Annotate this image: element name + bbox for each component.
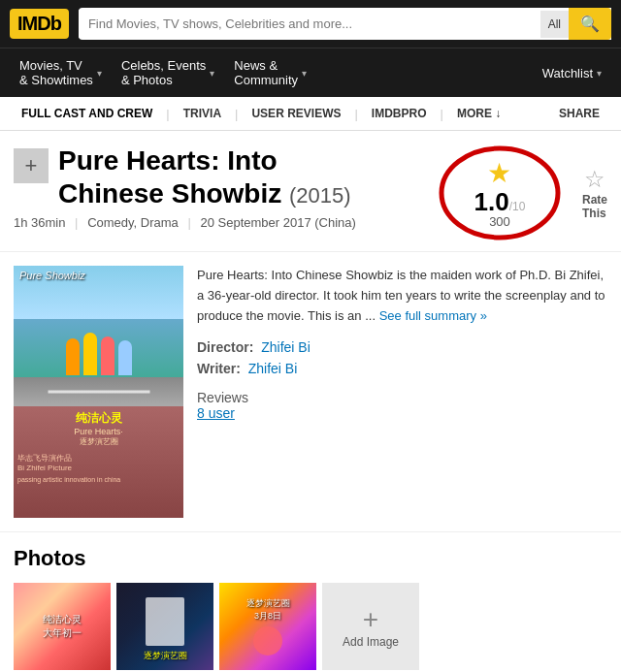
poster-sky: Pure Showbiz [14, 266, 183, 319]
nav-movies-tv-label: Movies, TV& Showtimes [19, 58, 93, 87]
share-button[interactable]: SHARE [547, 97, 611, 130]
watchlist-label: Watchlist [542, 66, 593, 80]
director-link[interactable]: Zhifei Bi [261, 339, 310, 355]
imdb-logo[interactable]: IMDb [10, 9, 69, 39]
movie-title: Pure Hearts: IntoChinese Showbiz [58, 145, 289, 208]
poster-tagline: passing artistic innovation in china [17, 476, 180, 483]
nav-news-arrow: ▾ [302, 68, 307, 79]
poster-image: Pure Showbiz 纯洁心灵 Pure Hearts· 逐梦演艺圈 毕志飞… [14, 266, 183, 518]
writer-row: Writer: Zhifei Bi [197, 361, 607, 376]
rating-circle-container: ★ 1.0 /10 300 [437, 144, 563, 241]
rate-star-icon: ☆ [584, 166, 605, 193]
reviews-section: Reviews 8 user [197, 390, 607, 421]
subnav-imdbpro[interactable]: IMDbPro [360, 97, 439, 130]
movie-duration: 1h 36min [14, 215, 65, 230]
add-icon: + [363, 604, 378, 635]
rate-this-button[interactable]: ☆ RateThis [582, 166, 607, 220]
nav-celebs-label: Celebs, Events& Photos [121, 58, 206, 87]
movie-year: (2015) [289, 183, 351, 208]
rating-area: ★ 1.0 /10 300 ☆ RateThis [437, 144, 607, 241]
photo-2-image: 逐梦演艺圈 [116, 583, 213, 670]
road-line [48, 391, 149, 394]
rate-label: RateThis [582, 193, 607, 220]
poster-road [14, 377, 183, 406]
meta-sep-2: | [187, 215, 190, 230]
add-image-button[interactable]: + Add Image [322, 583, 419, 670]
poster-credits: 毕志飞导演作品Bi Zhifei Picture [17, 453, 180, 472]
poster-person-2 [83, 333, 97, 375]
photo-thumb-1[interactable]: 纯洁心灵大年初一 [14, 583, 111, 670]
nav-news-community[interactable]: News &Community ▾ [224, 52, 316, 93]
see-full-summary-link[interactable]: See full summary » [379, 308, 487, 323]
subnav-more[interactable]: MORE ↓ [445, 97, 512, 130]
movie-genres: Comedy, Drama [87, 215, 179, 230]
poster-person-4 [118, 340, 132, 375]
photo-3-image: 逐梦演艺圈3月8日 [219, 583, 316, 670]
nav-celebs-arrow: ▾ [210, 68, 214, 79]
search-input[interactable] [79, 10, 540, 38]
site-header: IMDb All 🔍 [0, 0, 621, 48]
poster-subtitle: Pure Hearts· [17, 427, 180, 436]
movie-meta: 1h 36min | Comedy, Drama | 20 September … [14, 215, 437, 230]
search-category-select[interactable]: All [540, 11, 569, 38]
photo-1-image: 纯洁心灵大年初一 [14, 583, 111, 670]
nav-celebs[interactable]: Celebs, Events& Photos ▾ [112, 52, 224, 93]
photo-3-flower [253, 626, 282, 656]
sub-nav: FULL CAST AND CREW | TRIVIA | USER REVIE… [0, 97, 621, 131]
reviews-label: Reviews [197, 390, 248, 405]
main-nav: Movies, TV& Showtimes ▾ Celebs, Events& … [0, 48, 621, 97]
photo-2-card [146, 597, 184, 646]
director-label: Director: [197, 339, 253, 355]
subnav-sep-3: | [352, 107, 359, 121]
rating-star-icon: ★ [487, 157, 511, 189]
watchlist-arrow: ▾ [597, 68, 602, 79]
nav-news-label: News &Community [234, 58, 298, 87]
rating-max: /10 [509, 200, 526, 213]
photo-thumb-3[interactable]: 逐梦演艺圈3月8日 [219, 583, 316, 670]
subnav-user-reviews[interactable]: USER REVIEWS [240, 97, 352, 130]
poster-bottom: 纯洁心灵 Pure Hearts· 逐梦演艺圈 毕志飞导演作品Bi Zhifei… [14, 406, 183, 518]
search-bar: All 🔍 [79, 8, 611, 40]
add-to-watchlist-button[interactable]: + [14, 148, 49, 183]
search-button[interactable]: 🔍 [569, 8, 611, 40]
movie-title-section: + Pure Hearts: IntoChinese Showbiz (2015… [14, 144, 437, 230]
movie-info: Pure Hearts: Into Chinese Showbiz is the… [197, 266, 607, 518]
movie-description: Pure Hearts: Into Chinese Showbiz is the… [197, 266, 607, 326]
movie-title-text: Pure Hearts: IntoChinese Showbiz (2015) [58, 144, 351, 209]
subnav-trivia[interactable]: TRIVIA [172, 97, 233, 130]
photos-section: Photos 纯洁心灵大年初一 逐梦演艺圈 逐梦演艺圈3月8日 + Add Im… [0, 532, 621, 672]
poster-chinese-title: 纯洁心灵 [17, 410, 180, 427]
movie-poster: Pure Showbiz 纯洁心灵 Pure Hearts· 逐梦演艺圈 毕志飞… [14, 266, 183, 518]
nav-movies-arrow: ▾ [97, 68, 102, 79]
poster-text-1: Pure Showbiz [19, 270, 85, 281]
add-image-label: Add Image [343, 635, 399, 649]
photo-thumb-2[interactable]: 逐梦演艺圈 [116, 583, 213, 670]
writer-label: Writer: [197, 361, 241, 376]
rating-value: 1.0 [474, 189, 509, 214]
poster-person-1 [66, 338, 80, 375]
subnav-sep-1: | [164, 107, 171, 121]
movie-release: 20 September 2017 (China) [200, 215, 355, 230]
reviews-count-link[interactable]: 8 user [197, 405, 607, 421]
director-row: Director: Zhifei Bi [197, 339, 607, 355]
photo-3-text: 逐梦演艺圈3月8日 [246, 597, 290, 623]
poster-mid [14, 319, 183, 377]
watchlist-button[interactable]: Watchlist ▾ [533, 60, 611, 86]
writer-link[interactable]: Zhifei Bi [248, 361, 298, 376]
subnav-full-cast[interactable]: FULL CAST AND CREW [10, 97, 164, 130]
meta-sep-1: | [75, 215, 78, 230]
photos-title: Photos [14, 546, 607, 571]
poster-subtitle-2: 逐梦演艺圈 [17, 436, 180, 447]
nav-movies-tv[interactable]: Movies, TV& Showtimes ▾ [10, 52, 112, 93]
movie-content: Pure Showbiz 纯洁心灵 Pure Hearts· 逐梦演艺圈 毕志飞… [0, 252, 621, 532]
poster-person-3 [101, 336, 114, 375]
subnav-sep-4: | [439, 107, 445, 121]
subnav-sep-2: | [233, 107, 240, 121]
photos-grid: 纯洁心灵大年初一 逐梦演艺圈 逐梦演艺圈3月8日 + Add Image [14, 583, 607, 670]
movie-header: + Pure Hearts: IntoChinese Showbiz (2015… [0, 131, 621, 252]
rating-box[interactable]: ★ 1.0 /10 300 [474, 157, 526, 229]
photo-1-text: 纯洁心灵大年初一 [39, 609, 85, 644]
rating-number-row: 1.0 /10 [474, 189, 526, 214]
rating-count: 300 [489, 214, 510, 229]
photo-2-text: 逐梦演艺圈 [144, 650, 187, 662]
